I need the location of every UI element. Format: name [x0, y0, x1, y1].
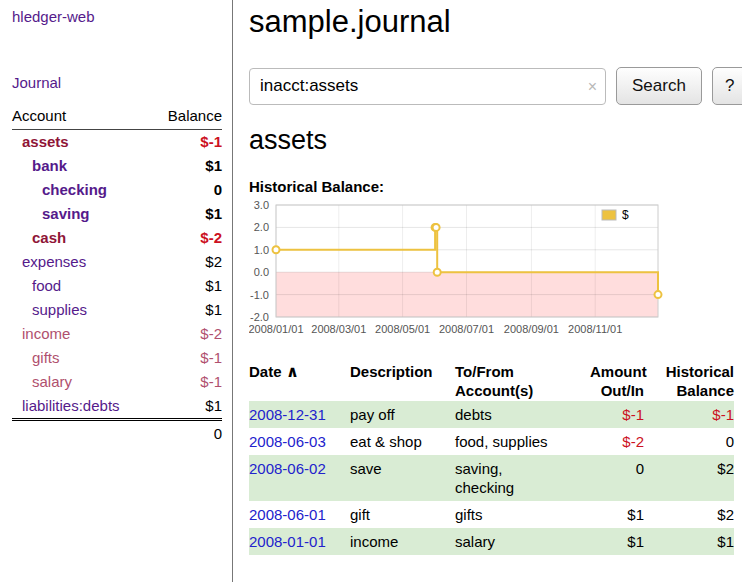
register-col-description: Description: [344, 361, 449, 401]
accounts-total-spacer: [12, 420, 152, 447]
chart-title: Historical Balance:: [249, 178, 742, 195]
chart-data-point: [434, 269, 441, 276]
balance-chart: 3.02.01.00.0-1.0-2.02008/01/012008/03/01…: [249, 199, 742, 345]
account-balance: $1: [152, 274, 222, 298]
brand-link[interactable]: hledger-web: [12, 8, 222, 25]
svg-text:3.0: 3.0: [254, 199, 269, 211]
register-row: 2008-06-03eat & shopfood, supplies$-20: [249, 428, 734, 455]
account-link-income[interactable]: income: [12, 324, 70, 344]
transaction-balance: $1: [650, 528, 734, 555]
register-row: 2008-06-02savesaving, checking0$2: [249, 455, 734, 501]
account-balance: $-1: [152, 370, 222, 394]
transaction-date-link[interactable]: 2008-06-02: [249, 460, 326, 477]
transaction-date-cell: 2008-06-02: [249, 455, 344, 501]
register-body: 2008-12-31pay offdebts$-1$-12008-06-03ea…: [249, 401, 734, 555]
transaction-description: income: [344, 528, 449, 555]
register-col-historical: HistoricalBalance: [650, 361, 734, 401]
help-button[interactable]: ?: [712, 67, 742, 105]
svg-text:2008/03/01: 2008/03/01: [311, 323, 366, 335]
account-link-food[interactable]: food: [12, 276, 61, 296]
chart-legend: $: [597, 207, 655, 226]
accounts-header-account: Account: [12, 105, 152, 130]
register-col-to-from: To/FromAccount(s): [449, 361, 584, 401]
svg-text:-1.0: -1.0: [250, 289, 269, 301]
main-content: sample.journal × Search ? assets Histori…: [233, 0, 742, 582]
transaction-date-link[interactable]: 2008-12-31: [249, 406, 326, 423]
register-row: 2008-12-31pay offdebts$-1$-1: [249, 401, 734, 428]
transaction-description: save: [344, 455, 449, 501]
svg-text:2008/01/01: 2008/01/01: [249, 323, 304, 335]
transaction-date-cell: 2008-12-31: [249, 401, 344, 428]
account-balance: $-2: [152, 322, 222, 346]
chart-data-point: [655, 291, 662, 298]
transaction-accounts: food, supplies: [449, 428, 584, 455]
chart-data-point: [273, 246, 280, 253]
search-input[interactable]: [249, 68, 606, 105]
app-root: hledger-web Journal Account Balance asse…: [0, 0, 742, 582]
account-heading: assets: [249, 125, 742, 156]
accounts-total-row: 0: [12, 420, 222, 447]
account-row: supplies$1: [12, 298, 222, 322]
transaction-balance: $2: [650, 455, 734, 501]
account-link-cash[interactable]: cash: [12, 228, 66, 248]
transaction-description: eat & shop: [344, 428, 449, 455]
svg-text:1.0: 1.0: [254, 244, 269, 256]
transaction-accounts: debts: [449, 401, 584, 428]
account-balance: $1: [152, 202, 222, 226]
account-balance: 0: [152, 178, 222, 202]
transaction-date-link[interactable]: 2008-01-01: [249, 533, 326, 550]
transaction-amount: $-1: [584, 401, 650, 428]
sort-asc-icon: ∧: [282, 363, 299, 380]
register-row: 2008-01-01incomesalary$1$1: [249, 528, 734, 555]
nav-journal-link[interactable]: Journal: [12, 74, 222, 91]
register-header: Date ∧DescriptionTo/FromAccount(s)Amount…: [249, 361, 734, 401]
account-row: salary$-1: [12, 370, 222, 394]
account-link-saving[interactable]: saving: [12, 204, 90, 224]
accounts-total-value: 0: [152, 420, 222, 447]
account-row: liabilities:debts$1: [12, 394, 222, 420]
account-link-supplies[interactable]: supplies: [12, 300, 87, 320]
transaction-amount: 0: [584, 455, 650, 501]
register-header-row: Date ∧DescriptionTo/FromAccount(s)Amount…: [249, 361, 734, 401]
account-row: bank$1: [12, 154, 222, 178]
transaction-accounts: saving, checking: [449, 455, 584, 501]
register-col-date[interactable]: Date ∧: [249, 361, 344, 401]
svg-text:2.0: 2.0: [254, 221, 269, 233]
transaction-date-cell: 2008-06-01: [249, 501, 344, 528]
svg-text:2008/05/01: 2008/05/01: [375, 323, 430, 335]
search-box: ×: [249, 68, 606, 105]
account-row: saving$1: [12, 202, 222, 226]
account-row: food$1: [12, 274, 222, 298]
svg-text:2008/09/01: 2008/09/01: [504, 323, 559, 335]
search-button[interactable]: Search: [616, 67, 702, 105]
accounts-header-balance: Balance: [152, 105, 222, 130]
account-row: expenses$2: [12, 250, 222, 274]
balance-chart-svg: 3.02.01.00.0-1.0-2.02008/01/012008/03/01…: [249, 199, 719, 345]
account-link-expenses[interactable]: expenses: [12, 252, 86, 272]
account-link-assets[interactable]: assets: [12, 132, 69, 152]
transaction-date-link[interactable]: 2008-06-03: [249, 433, 326, 450]
account-link-salary[interactable]: salary: [12, 372, 72, 392]
transaction-amount: $1: [584, 501, 650, 528]
register-row: 2008-06-01giftgifts$1$2: [249, 501, 734, 528]
account-balance: $-2: [152, 226, 222, 250]
register-table: Date ∧DescriptionTo/FromAccount(s)Amount…: [249, 361, 734, 555]
transaction-balance: 0: [650, 428, 734, 455]
svg-text:0.0: 0.0: [254, 266, 269, 278]
clear-search-icon[interactable]: ×: [588, 68, 597, 105]
accounts-table: Account Balance assets$-1bank$1checking0…: [12, 105, 222, 446]
transaction-date-link[interactable]: 2008-06-01: [249, 506, 326, 523]
account-balance: $1: [152, 298, 222, 322]
account-link-checking[interactable]: checking: [12, 180, 107, 200]
accounts-header-row: Account Balance: [12, 105, 222, 130]
register-col-amount: AmountOut/In: [584, 361, 650, 401]
account-link-liabilities-debts[interactable]: liabilities:debts: [12, 396, 120, 416]
transaction-balance: $2: [650, 501, 734, 528]
svg-text:-2.0: -2.0: [250, 311, 269, 323]
account-link-bank[interactable]: bank: [12, 156, 67, 176]
sidebar: hledger-web Journal Account Balance asse…: [0, 0, 233, 582]
account-balance: $1: [152, 154, 222, 178]
account-link-gifts[interactable]: gifts: [12, 348, 60, 368]
svg-text:2008/07/01: 2008/07/01: [439, 323, 494, 335]
chart-data-point: [433, 224, 440, 231]
